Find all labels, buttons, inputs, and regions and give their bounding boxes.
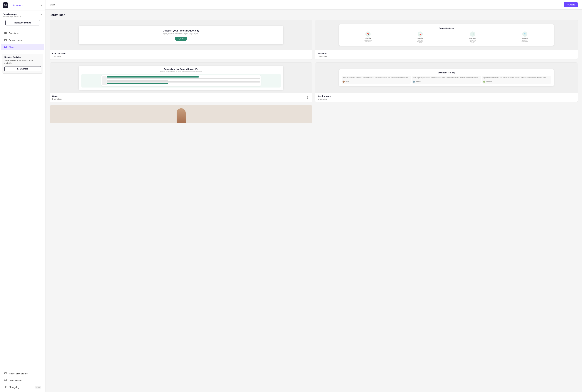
testimonial-author-name-3: Alex Johnson	[486, 81, 492, 82]
slice-variations-hero: 2 variations	[52, 98, 62, 100]
learn-more-button[interactable]: Learn more	[5, 66, 41, 71]
feature-item-integrations: ⌘ Integrations Connect with your tools e…	[469, 32, 476, 43]
updates-description: Some updates of Slice Machine are availa…	[5, 59, 41, 64]
slice-card-hero: Productivity that flows with your life. …	[50, 62, 312, 102]
master-slice-library-label: Master Slice Library	[9, 372, 28, 375]
slice-menu-button-testimonials[interactable]: ⋮	[571, 95, 575, 100]
main-header: Slices + Create	[46, 0, 582, 10]
slice-preview-partial	[50, 105, 312, 123]
cta-preview-title: Unleash your inner productivity	[83, 29, 279, 32]
cta-preview-button: Try it free	[175, 37, 187, 41]
focus-timer-label: Focus Timer	[521, 38, 529, 39]
review-changes-button[interactable]: Review changes	[6, 20, 40, 26]
scheduling-label: Scheduling	[365, 38, 372, 39]
slice-preview-hero: Productivity that flows with your life. …	[50, 62, 312, 93]
testimonial-avatar-1	[343, 80, 345, 83]
person-silhouette	[177, 108, 186, 123]
cta-mockup: Unleash your inner productivity Sync you…	[79, 26, 283, 44]
slice-variations-features: 1 variation	[318, 55, 327, 58]
analytics-icon: 📊	[418, 32, 423, 37]
testimonial-card-3: "flowrise has made burnout a thing of th…	[482, 76, 551, 84]
slice-card-footer-hero: Hero 2 variations ⋮	[50, 93, 312, 102]
slice-name-cta: CallToAction	[52, 52, 66, 55]
svg-point-3	[5, 39, 7, 40]
feature-item-analytics: 📊 Analytics Track your performance clear…	[417, 32, 424, 43]
focus-timer-icon: ⌛	[522, 32, 527, 37]
export-icon[interactable]: ↗	[41, 4, 43, 7]
changelog-icon	[4, 386, 7, 389]
slice-name-hero: Hero	[52, 95, 62, 98]
features-mockup: Robust features 📅 Scheduling Sync tasks …	[339, 24, 554, 46]
repo-url: flowrise-repo.prismic.io	[3, 16, 43, 18]
custom-types-label: Custom types	[9, 39, 22, 41]
sidebar: Login required ↗ flowrise-repo ↗ flowris…	[0, 0, 46, 392]
changelog-label: Changelog	[9, 386, 19, 388]
slice-menu-button-features[interactable]: ⋮	[571, 52, 575, 57]
slice-card-features: Robust features 📅 Scheduling Sync tasks …	[315, 20, 578, 60]
svg-point-7	[5, 380, 6, 380]
dash-bar-short-green	[107, 83, 168, 84]
integrations-icon: ⌘	[470, 32, 475, 37]
testimonials-preview-title: What our users say	[342, 72, 551, 74]
dash-sidebar	[102, 76, 107, 85]
svg-marker-8	[5, 386, 7, 388]
sidebar-item-slices[interactable]: Slices	[1, 44, 44, 50]
slice-variations-testimonials: 1 variation	[318, 98, 332, 100]
testimonial-author-1: Jon Doe	[343, 80, 410, 83]
svg-rect-5	[5, 372, 7, 374]
sidebar-nav: Page types Custom types Slices	[0, 28, 45, 52]
slice-menu-button-hero[interactable]: ⋮	[305, 95, 310, 100]
feature-item-focus-timer: ⌛ Focus Timer Deep work sessions daily	[521, 32, 529, 43]
slice-card-footer-testimonials: Testimonials 1 variation ⋮	[315, 93, 577, 102]
hero-preview-subtitle: A smarter app that adapts to my energy a…	[81, 71, 280, 72]
testimonial-author-2: Jane Smith	[413, 80, 480, 83]
svg-point-0	[5, 4, 7, 6]
slice-card-cta: Unleash your inner productivity Sync you…	[50, 20, 312, 60]
login-required-text: Login required	[10, 4, 39, 6]
updates-title: Updates Available	[5, 56, 41, 58]
slice-preview-features: Robust features 📅 Scheduling Sync tasks …	[315, 20, 577, 50]
repo-external-link-icon[interactable]: ↗	[41, 13, 43, 16]
hero-preview-title: Productivity that flows with your life.	[81, 68, 280, 70]
testimonial-author-name-1: Jon Doe	[345, 81, 349, 82]
slice-name-features: Features	[318, 52, 327, 55]
sidebar-item-custom-types[interactable]: Custom types	[1, 37, 44, 44]
sidebar-header: Login required ↗	[0, 0, 45, 10]
changelog-version-badge: v2.2.0	[35, 386, 41, 388]
slice-preview-testimonials: What our users say "flowrise has revolut…	[315, 62, 577, 93]
learn-prismic-label: Learn Prismic	[9, 379, 22, 382]
testimonial-author-name-2: Jane Smith	[416, 81, 421, 82]
main-header-title: Slices	[50, 4, 55, 6]
slice-card-footer-cta: CallToAction 1 variation ⋮	[50, 50, 312, 60]
learn-prismic-icon	[4, 379, 7, 382]
feature-item-scheduling: 📅 Scheduling Sync tasks and goals togeth…	[364, 32, 372, 43]
custom-types-icon	[4, 38, 7, 42]
slices-icon	[4, 46, 7, 49]
page-types-icon	[4, 32, 7, 35]
slice-name-testimonials: Testimonials	[318, 95, 332, 98]
create-button[interactable]: + Create	[564, 2, 578, 7]
testimonial-author-3: Alex Johnson	[483, 80, 550, 83]
cta-preview-subtitle: Sync your tasks and wellness to your uni…	[83, 33, 279, 35]
sidebar-item-learn-prismic[interactable]: Learn Prismic	[1, 377, 44, 384]
sidebar-item-changelog[interactable]: Changelog v2.2.0	[1, 384, 44, 390]
testimonial-text-2: "Before flowrise I was always running ag…	[413, 76, 480, 80]
updates-card: Updates Available Some updates of Slice …	[2, 54, 43, 74]
features-icons-row: 📅 Scheduling Sync tasks and goals togeth…	[342, 32, 551, 43]
dash-content	[107, 76, 260, 85]
slice-variations-cta: 1 variation	[52, 55, 66, 58]
testimonial-card-1: "flowrise has revolutionized my workday.…	[342, 76, 411, 84]
dash-bar-1	[107, 78, 260, 79]
svg-rect-1	[5, 32, 5, 34]
analytics-label: Analytics	[418, 38, 423, 39]
scheduling-icon: 📅	[365, 32, 371, 37]
repo-name: flowrise-repo	[3, 13, 17, 16]
testimonial-avatar-3	[483, 80, 485, 83]
sidebar-item-page-types[interactable]: Page types	[1, 30, 44, 36]
slice-menu-button-cta[interactable]: ⋮	[305, 52, 310, 57]
testimonial-text-3: "flowrise has made burnout a thing of th…	[483, 76, 550, 80]
hero-dashboard-mockup	[81, 74, 280, 88]
testimonials-cards: "flowrise has revolutionized my workday.…	[342, 76, 551, 84]
sidebar-item-master-slice-library[interactable]: Master Slice Library	[1, 370, 44, 377]
main-content: Slices + Create ./src/slices Unleash you…	[46, 0, 582, 392]
